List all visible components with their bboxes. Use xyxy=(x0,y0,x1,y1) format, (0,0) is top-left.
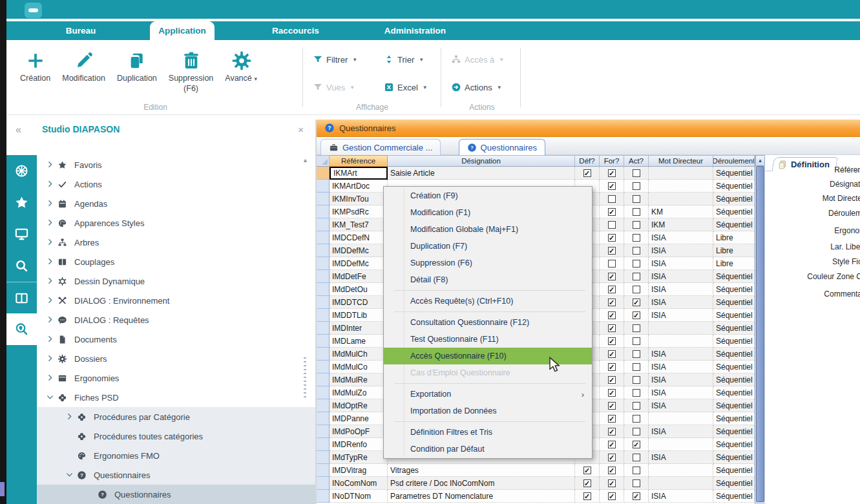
cell-mot-directeur[interactable]: IKM xyxy=(649,218,713,231)
sidebar-item-couplages[interactable]: Couplages xyxy=(37,252,315,271)
cell-act[interactable] xyxy=(624,373,649,386)
for-checkbox[interactable]: ✓ xyxy=(608,415,616,423)
ribbon-tab-bureau[interactable]: Bureau xyxy=(45,21,116,40)
act-checkbox[interactable] xyxy=(633,337,640,345)
chevron-right-icon[interactable] xyxy=(46,277,58,286)
ribbon-button-cr-ation[interactable]: Création xyxy=(14,49,56,95)
cell-for[interactable]: ✓ xyxy=(600,309,624,322)
row-selector[interactable] xyxy=(317,412,330,425)
cell-mot-directeur[interactable]: ISIA xyxy=(649,257,713,270)
sidebar-item-dossiers[interactable]: Dossiers xyxy=(37,349,315,368)
context-menu-item-acc-s-requ-te-s-ctrl-f10[interactable]: Accès Requête(s) (Ctrl+F10) xyxy=(384,293,592,310)
cell-deroulement[interactable]: Séquentiel xyxy=(713,167,755,180)
cell-designation[interactable]: Psd critere / Doc INoComNom xyxy=(388,477,575,490)
cell-for[interactable] xyxy=(600,257,624,270)
cell-mot-directeur[interactable] xyxy=(649,464,713,477)
cell-mot-directeur[interactable]: ISIA xyxy=(649,361,713,373)
chevron-right-icon[interactable] xyxy=(46,180,58,189)
cell-reference[interactable]: IKM_Test7 xyxy=(330,218,388,231)
column-header-d-roulement[interactable]: Déroulement xyxy=(713,155,755,167)
row-selector[interactable] xyxy=(317,218,330,231)
rail-button-search-icon[interactable] xyxy=(6,250,37,282)
cell-mot-directeur[interactable] xyxy=(649,167,713,180)
rail-button-monitor-icon[interactable] xyxy=(6,218,37,250)
cell-reference[interactable]: IMdDetOu xyxy=(330,283,388,296)
cell-for[interactable]: ✓ xyxy=(600,270,624,283)
cell-for[interactable]: ✓ xyxy=(600,167,624,180)
cell-deroulement[interactable]: Séquentiel xyxy=(713,399,755,412)
chevron-right-icon[interactable] xyxy=(46,296,58,305)
act-checkbox[interactable] xyxy=(633,195,640,203)
scroll-up-button[interactable]: ▲ xyxy=(755,155,765,166)
for-checkbox[interactable]: ✓ xyxy=(608,299,616,306)
cell-reference[interactable]: IMDDefMc xyxy=(330,244,388,257)
act-checkbox[interactable] xyxy=(633,350,640,358)
chevron-right-icon[interactable] xyxy=(46,354,58,363)
cell-act[interactable] xyxy=(624,451,649,464)
document-tab-gestion-commerciale[interactable]: Gestion Commerciale ... xyxy=(320,139,441,155)
cell-designation[interactable]: Saisie Article xyxy=(388,167,575,180)
ribbon-tab-administration[interactable]: Administration xyxy=(372,21,459,40)
panel-splitter-handle[interactable] xyxy=(304,357,306,397)
sidebar-item-ergonomies-fmo[interactable]: Ergonomies FMO xyxy=(37,446,315,465)
for-checkbox[interactable] xyxy=(608,221,616,229)
cell-act[interactable] xyxy=(624,399,649,412)
cell-deroulement[interactable]: Séquentiel xyxy=(713,425,755,438)
column-header-for[interactable]: For? xyxy=(600,155,624,167)
sidebar-item-ergonomies[interactable]: Ergonomies xyxy=(37,368,315,388)
for-checkbox[interactable]: ✓ xyxy=(608,311,616,319)
context-menu-item-cr-ation-f9[interactable]: Création (F9) xyxy=(384,187,592,204)
cell-act[interactable] xyxy=(624,386,649,399)
act-checkbox[interactable] xyxy=(633,363,640,371)
cell-act[interactable] xyxy=(624,167,649,180)
row-selector[interactable] xyxy=(317,270,330,283)
cell-act[interactable] xyxy=(624,283,649,296)
cell-mot-directeur[interactable]: ISIA xyxy=(649,270,713,283)
cell-for[interactable]: ✓ xyxy=(600,296,624,309)
ribbon-button-vues[interactable]: Vues▼ xyxy=(313,81,355,94)
cell-reference[interactable]: IMDPanne xyxy=(330,412,388,425)
cell-mot-directeur[interactable]: ISIA xyxy=(649,373,713,386)
cell-act[interactable] xyxy=(624,270,649,283)
for-checkbox[interactable]: ✓ xyxy=(608,234,616,242)
for-checkbox[interactable]: ✓ xyxy=(608,441,616,448)
row-selector[interactable] xyxy=(317,335,330,348)
act-checkbox[interactable] xyxy=(633,273,640,280)
sidebar-item-dialog-requ-tes[interactable]: DIALOG : Requêtes xyxy=(37,310,315,330)
act-checkbox[interactable]: ✓ xyxy=(633,441,640,448)
cell-for[interactable] xyxy=(600,193,624,205)
context-menu-item-d-finition-filtres-et-tris[interactable]: Définition Filtres et Tris xyxy=(384,424,592,441)
cell-deroulement[interactable]: Séquentiel xyxy=(713,322,755,335)
row-selector[interactable] xyxy=(317,490,330,503)
cell-reference[interactable]: INoDTNom xyxy=(330,490,388,503)
cell-reference[interactable]: IMDInter xyxy=(330,322,388,335)
cell-act[interactable]: ✓ xyxy=(624,438,649,451)
cell-reference[interactable]: IMDVitrag xyxy=(330,464,388,477)
cell-mot-directeur[interactable]: ISIA xyxy=(649,348,713,361)
row-selector[interactable] xyxy=(317,244,330,257)
cell-mot-directeur[interactable]: ISIA xyxy=(649,451,713,464)
for-checkbox[interactable]: ✓ xyxy=(608,402,616,410)
cell-reference[interactable]: IMdTypRe xyxy=(330,451,388,464)
chevron-right-icon[interactable] xyxy=(65,412,77,421)
sidebar-item-questionnaires[interactable]: ?Questionnaires xyxy=(37,465,315,485)
act-checkbox[interactable] xyxy=(633,247,640,255)
chevron-right-icon[interactable] xyxy=(46,315,58,324)
ribbon-button-excel[interactable]: Excel▼ xyxy=(384,81,428,94)
tree-scroll-up-icon[interactable]: ▲ xyxy=(302,157,308,163)
def-checkbox[interactable]: ✓ xyxy=(583,467,591,474)
for-checkbox[interactable] xyxy=(608,195,616,203)
act-checkbox[interactable] xyxy=(633,428,640,436)
cell-deroulement[interactable]: Séquentiel xyxy=(713,193,755,205)
for-checkbox[interactable]: ✓ xyxy=(608,492,616,500)
cell-designation[interactable]: Parametres DT Nomenclature xyxy=(388,490,575,503)
cell-mot-directeur[interactable]: ISIA xyxy=(649,425,713,438)
act-checkbox[interactable] xyxy=(633,234,640,242)
cell-mot-directeur[interactable] xyxy=(649,438,713,451)
def-checkbox[interactable]: ✓ xyxy=(583,492,591,500)
cell-for[interactable]: ✓ xyxy=(600,373,624,386)
cell-act[interactable] xyxy=(624,218,649,231)
cell-reference[interactable]: IKMArt xyxy=(330,167,388,180)
cell-mot-directeur[interactable]: ISIA xyxy=(649,231,713,244)
cell-def[interactable]: ✓ xyxy=(575,477,600,490)
